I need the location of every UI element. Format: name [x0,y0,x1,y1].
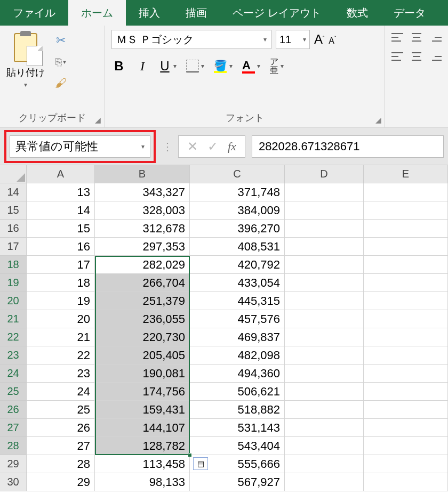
font-launcher[interactable]: ◢ [374,116,382,124]
cell[interactable]: 420,792 [190,256,285,274]
clipboard-launcher[interactable]: ◢ [94,116,102,124]
cell[interactable] [285,437,364,455]
increase-font-button[interactable]: Aˆ [314,32,324,47]
cell[interactable]: 408,531 [190,238,285,256]
cell[interactable]: 15 [27,220,95,238]
cell[interactable]: 266,704 [95,274,190,292]
cell[interactable] [285,220,364,238]
cell[interactable]: 236,055 [95,310,190,328]
cell[interactable] [364,201,448,220]
cell[interactable]: 113,458 [95,455,190,473]
cell[interactable] [285,274,364,292]
align-top-button[interactable] [391,33,403,42]
cell[interactable] [364,238,448,256]
quick-analysis-button[interactable]: ▤ [193,457,208,470]
cell[interactable] [285,346,364,365]
cell[interactable] [364,401,448,419]
cell[interactable] [364,346,448,365]
selection-handle[interactable] [188,453,192,457]
row-header[interactable]: 14 [0,183,27,201]
cell[interactable]: 567,927 [190,473,285,491]
cell[interactable] [285,201,364,220]
cell[interactable]: 20 [27,310,95,328]
row-header[interactable]: 30 [0,473,27,491]
col-header-c[interactable]: C [190,165,285,183]
cell[interactable]: 506,621 [190,383,285,401]
tab-draw[interactable]: 描画 [173,0,220,26]
row-header[interactable]: 25 [0,383,27,401]
row-header[interactable]: 28 [0,437,27,455]
row-header[interactable]: 23 [0,346,27,365]
cell[interactable]: 24 [27,383,95,401]
cell[interactable]: 22 [27,346,95,365]
cell[interactable] [285,256,364,274]
decrease-font-button[interactable]: Aˇ [329,36,336,46]
select-all-corner[interactable] [0,165,27,183]
cell[interactable] [364,256,448,274]
cell[interactable] [285,238,364,256]
cell[interactable] [285,310,364,328]
italic-button[interactable]: I [136,59,149,74]
cell[interactable]: 482,098 [190,346,285,365]
cell[interactable]: 28 [27,455,95,473]
cell[interactable]: 445,315 [190,292,285,310]
align-center-button[interactable] [411,52,422,61]
cell[interactable] [364,383,448,401]
formula-input[interactable]: 282028.671328671 [252,135,444,158]
cell[interactable]: 433,054 [190,274,285,292]
format-painter-button[interactable]: 🖌 [51,75,70,92]
row-header[interactable]: 15 [0,201,27,220]
cell[interactable]: 396,270 [190,220,285,238]
cell[interactable] [364,437,448,455]
cell[interactable]: 98,133 [95,473,190,491]
cell[interactable] [364,183,448,201]
cell[interactable]: 384,009 [190,201,285,220]
cell[interactable]: 312,678 [95,220,190,238]
cell[interactable]: 26 [27,419,95,437]
font-name-dropdown[interactable]: ＭＳ Ｐゴシック ▾ [111,30,271,49]
col-header-d[interactable]: D [285,165,364,183]
phonetic-guide-button[interactable]: ア亜▾ [270,58,284,75]
row-header[interactable]: 29 [0,455,27,473]
row-header[interactable]: 17 [0,238,27,256]
cell[interactable]: 190,081 [95,365,190,383]
cell[interactable]: 343,327 [95,183,190,201]
cell[interactable] [285,419,364,437]
enter-formula-button[interactable]: ✓ [207,139,218,154]
row-header[interactable]: 21 [0,310,27,328]
cell[interactable]: 159,431 [95,401,190,419]
row-header[interactable]: 19 [0,274,27,292]
copy-button[interactable]: ⎘▾ [51,53,70,70]
borders-button[interactable]: ▾ [186,60,204,72]
align-middle-button[interactable] [411,33,422,42]
cell[interactable]: 205,405 [95,346,190,365]
cell[interactable] [364,220,448,238]
cell[interactable]: 27 [27,437,95,455]
cell[interactable] [285,365,364,383]
col-header-e[interactable]: E [364,165,448,183]
fill-color-button[interactable]: 🪣▾ [214,59,233,73]
cell[interactable] [364,419,448,437]
cell[interactable]: 457,576 [190,310,285,328]
cell[interactable]: 543,404 [190,437,285,455]
cell[interactable]: 21 [27,328,95,346]
bold-button[interactable]: B [111,59,126,74]
fx-icon[interactable]: fx [228,140,236,153]
cut-button[interactable]: ✂ [51,32,70,49]
cell[interactable] [285,455,364,473]
drag-handle-icon[interactable]: ⋮ [162,140,172,153]
cell[interactable] [285,328,364,346]
cell[interactable]: 128,782 [95,437,190,455]
cell[interactable] [285,183,364,201]
cell[interactable]: 23 [27,365,95,383]
cell[interactable]: 14 [27,201,95,220]
cell[interactable]: 531,143 [190,419,285,437]
cell[interactable]: 494,360 [190,365,285,383]
cancel-formula-button[interactable]: ✕ [187,139,198,154]
row-header[interactable]: 18 [0,256,27,274]
cell[interactable] [364,292,448,310]
cell[interactable]: 13 [27,183,95,201]
cell[interactable]: 469,837 [190,328,285,346]
cell[interactable] [364,310,448,328]
cell[interactable] [285,401,364,419]
